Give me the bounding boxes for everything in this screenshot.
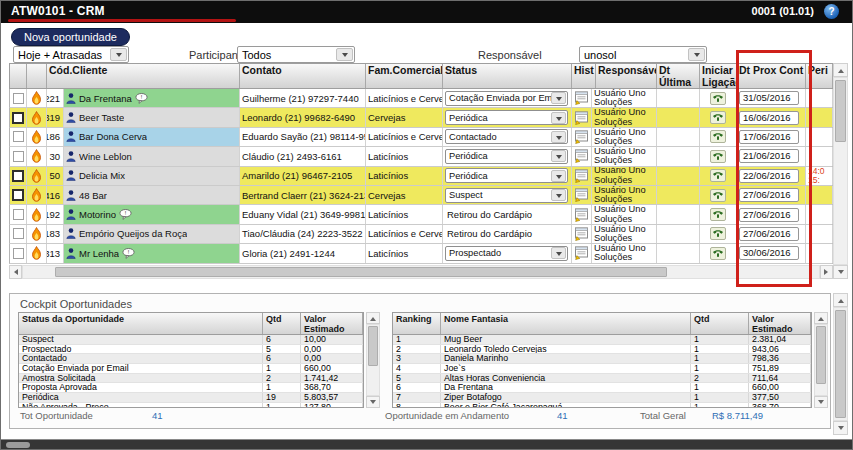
scroll-thumb[interactable]: [835, 80, 846, 142]
next-contact-date-input[interactable]: 21/06/2016: [739, 149, 799, 163]
row-checkbox[interactable]: [12, 189, 24, 201]
row-checkbox[interactable]: [13, 248, 24, 259]
chevron-down-icon[interactable]: [688, 48, 705, 61]
start-call-icon[interactable]: [710, 92, 726, 105]
person-icon[interactable]: [66, 151, 76, 162]
responsible-select[interactable]: unosol: [579, 46, 707, 63]
person-icon[interactable]: [66, 170, 76, 181]
header-hist[interactable]: Hist: [572, 64, 596, 88]
scroll-up-button[interactable]: [833, 63, 848, 77]
header-contato[interactable]: Contato: [240, 64, 366, 88]
chevron-down-icon[interactable]: [551, 112, 566, 124]
header-fam-comercial[interactable]: Fam.Comercial: [366, 64, 443, 88]
scroll-down-button[interactable]: [814, 396, 828, 408]
history-icon[interactable]: [574, 208, 589, 222]
start-call-icon[interactable]: [710, 227, 726, 240]
scroll-down-button[interactable]: [833, 421, 848, 435]
header-iniciar-ligacao[interactable]: Iniciar Ligação: [700, 64, 737, 88]
scroll-track[interactable]: [833, 307, 848, 421]
start-call-icon[interactable]: [710, 189, 726, 202]
status-select[interactable]: Periódica: [445, 168, 568, 183]
chevron-down-icon[interactable]: [551, 150, 566, 162]
client-cell[interactable]: Mr Lenha !: [64, 244, 240, 262]
period-filter-select[interactable]: Hoje + Atrasadas: [13, 46, 129, 63]
status-select[interactable]: Suspect: [445, 188, 568, 203]
person-icon[interactable]: [66, 228, 76, 239]
scroll-thumb[interactable]: [55, 267, 667, 277]
client-cell[interactable]: 48 Bar: [64, 186, 240, 204]
status-select[interactable]: Contactado: [445, 129, 568, 144]
scroll-thumb[interactable]: [816, 326, 826, 384]
chevron-down-icon[interactable]: [551, 247, 566, 259]
person-icon[interactable]: [66, 209, 76, 220]
start-call-icon[interactable]: [710, 208, 726, 221]
help-icon[interactable]: ?: [824, 4, 839, 19]
next-contact-date-input[interactable]: 16/06/2016: [739, 111, 799, 125]
header-dt-prox-cont[interactable]: Dt Prox Cont: [737, 64, 806, 88]
person-icon[interactable]: [66, 131, 76, 142]
client-cell[interactable]: Delicia Mix: [64, 167, 240, 185]
person-icon[interactable]: [66, 190, 76, 201]
header-dt-ultima-ligacao[interactable]: Dt Última Ligação: [657, 64, 700, 88]
start-call-icon[interactable]: [710, 169, 726, 182]
scroll-track[interactable]: [366, 324, 380, 396]
next-contact-date-input[interactable]: 27/06/2016: [739, 227, 799, 241]
header-responsavel[interactable]: Responsável: [596, 64, 657, 88]
chevron-down-icon[interactable]: [336, 48, 353, 61]
row-checkbox[interactable]: [12, 112, 24, 124]
client-cell[interactable]: Bar Dona Cerva: [64, 128, 240, 146]
chevron-down-icon[interactable]: [551, 92, 566, 104]
history-icon[interactable]: [574, 111, 589, 125]
scroll-track[interactable]: [833, 77, 848, 265]
history-icon[interactable]: [574, 149, 589, 163]
chevron-down-icon[interactable]: [551, 131, 566, 143]
header-periodo[interactable]: Peri: [806, 64, 833, 88]
scroll-thumb[interactable]: [368, 326, 378, 366]
participant-select[interactable]: Todos: [237, 46, 355, 63]
scroll-down-button[interactable]: [833, 265, 848, 279]
person-icon[interactable]: [66, 112, 76, 123]
history-icon[interactable]: [574, 188, 589, 202]
chevron-down-icon[interactable]: [551, 189, 566, 201]
row-checkbox[interactable]: [13, 228, 24, 239]
start-call-icon[interactable]: [710, 111, 726, 124]
client-cell[interactable]: Wine Leblon: [64, 147, 240, 165]
row-checkbox[interactable]: [12, 170, 24, 182]
client-cell[interactable]: Da Frentana !: [64, 89, 240, 107]
row-checkbox[interactable]: [13, 209, 24, 220]
next-contact-date-input[interactable]: 31/05/2016: [739, 91, 799, 105]
history-icon[interactable]: [574, 91, 589, 105]
history-icon[interactable]: [574, 169, 589, 183]
scroll-thumb[interactable]: [6, 442, 30, 448]
next-contact-date-input[interactable]: 30/06/2016: [739, 246, 799, 260]
scroll-right-button[interactable]: [820, 265, 833, 279]
start-call-icon[interactable]: [710, 150, 726, 163]
scroll-up-button[interactable]: [814, 312, 828, 324]
row-checkbox[interactable]: [13, 131, 24, 142]
chevron-down-icon[interactable]: [551, 170, 566, 182]
start-call-icon[interactable]: [710, 247, 726, 260]
history-icon[interactable]: [574, 227, 589, 241]
client-cell[interactable]: Motorino !: [64, 205, 240, 223]
chevron-down-icon[interactable]: [110, 48, 127, 61]
scroll-down-button[interactable]: [366, 396, 380, 408]
scroll-track[interactable]: [814, 324, 828, 396]
history-icon[interactable]: [574, 246, 589, 260]
person-icon[interactable]: [66, 93, 76, 104]
status-select[interactable]: Prospectado: [445, 246, 568, 261]
status-select[interactable]: Periódica: [445, 149, 568, 164]
row-checkbox[interactable]: [13, 93, 24, 104]
client-cell[interactable]: Empório Queijos da Roça: [64, 225, 240, 243]
start-call-icon[interactable]: [710, 130, 726, 143]
scroll-thumb[interactable]: [835, 310, 846, 418]
header-cod-cliente[interactable]: Cód.Cliente: [47, 64, 240, 88]
status-select[interactable]: Cotação Enviada por Email: [445, 91, 568, 106]
scroll-up-button[interactable]: [833, 293, 848, 307]
scroll-left-button[interactable]: [9, 265, 22, 279]
next-contact-date-input[interactable]: 27/06/2016: [739, 208, 799, 222]
next-contact-date-input[interactable]: 22/06/2016: [739, 169, 799, 183]
person-icon[interactable]: [66, 248, 76, 259]
row-checkbox[interactable]: [13, 151, 24, 162]
next-contact-date-input[interactable]: 27/06/2016: [739, 188, 799, 202]
status-select[interactable]: Periódica: [445, 110, 568, 125]
